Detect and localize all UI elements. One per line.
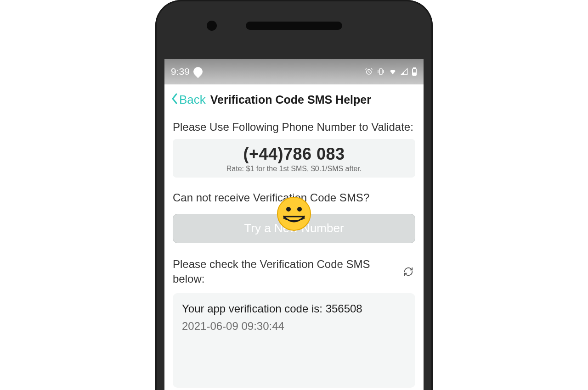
sms-text: Your app verification code is: 356508 xyxy=(182,302,406,315)
notification-icon xyxy=(192,65,204,78)
sms-timestamp: 2021-06-09 09:30:44 xyxy=(182,320,406,333)
page-title: Verification Code SMS Helper xyxy=(210,93,371,106)
back-button[interactable]: Back xyxy=(171,93,206,107)
app-screen: 9:39 xyxy=(164,59,424,390)
refresh-button[interactable] xyxy=(401,265,415,279)
back-label: Back xyxy=(179,93,206,107)
svg-rect-1 xyxy=(379,69,382,74)
status-icons xyxy=(365,67,417,76)
content-area: Please Use Following Phone Number to Val… xyxy=(164,114,424,390)
sms-card: Your app verification code is: 356508 20… xyxy=(173,293,415,388)
rate-text: Rate: $1 for the 1st SMS, $0.1/SMS after… xyxy=(177,165,411,173)
wifi-icon xyxy=(389,67,397,76)
speaker-slot xyxy=(246,22,342,30)
check-row: Please check the Verification Code SMS b… xyxy=(173,257,415,287)
camera-dot xyxy=(207,21,217,31)
status-time: 9:39 xyxy=(171,66,190,77)
signal-icon xyxy=(401,68,408,75)
try-new-number-button[interactable]: Try a New Number xyxy=(173,214,415,243)
app-bar: Back Verification Code SMS Helper xyxy=(164,84,424,114)
battery-icon xyxy=(412,67,417,76)
phone-frame: 9:39 xyxy=(155,0,433,390)
cannot-receive-label: Can not receive Verification Code SMS? xyxy=(173,190,415,205)
vibrate-icon xyxy=(377,67,385,76)
phone-number: (+44)786 083 xyxy=(177,145,411,164)
alarm-icon xyxy=(365,67,373,76)
validate-label: Please Use Following Phone Number to Val… xyxy=(173,120,415,134)
check-label: Please check the Verification Code SMS b… xyxy=(173,257,396,287)
svg-rect-4 xyxy=(413,73,416,75)
svg-rect-3 xyxy=(413,68,415,69)
phone-number-card: (+44)786 083 Rate: $1 for the 1st SMS, $… xyxy=(173,139,415,178)
chevron-left-icon xyxy=(171,93,178,107)
status-bar: 9:39 xyxy=(164,59,424,84)
